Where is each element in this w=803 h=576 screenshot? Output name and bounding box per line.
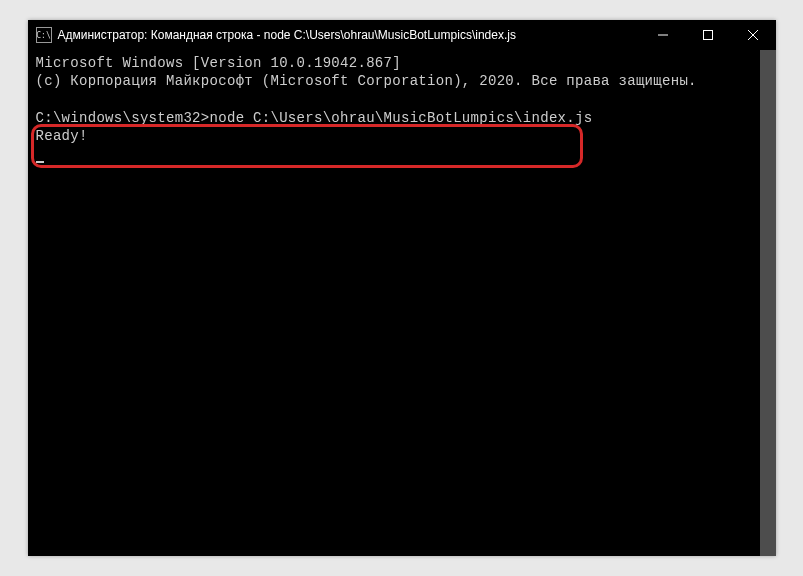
terminal-body[interactable]: Microsoft Windows [Version 10.0.19042.86… <box>28 50 776 556</box>
terminal-line-output: Ready! <box>36 127 768 145</box>
command-text: node C:\Users\ohrau\MusicBotLumpics\inde… <box>210 110 593 126</box>
vertical-scrollbar[interactable] <box>760 50 776 556</box>
svg-rect-1 <box>704 31 713 40</box>
terminal-line-copyright: (c) Корпорация Майкрософт (Microsoft Cor… <box>36 72 768 90</box>
minimize-button[interactable] <box>641 20 686 50</box>
window-title: Администратор: Командная строка - node C… <box>58 28 516 42</box>
prompt-text: C:\windows\system32> <box>36 110 210 126</box>
titlebar-controls <box>641 20 776 50</box>
close-button[interactable] <box>731 20 776 50</box>
terminal-line-version: Microsoft Windows [Version 10.0.19042.86… <box>36 54 768 72</box>
maximize-button[interactable] <box>686 20 731 50</box>
cursor-icon <box>36 161 44 163</box>
command-prompt-window: C:\ Администратор: Командная строка - no… <box>28 20 776 556</box>
terminal-cursor-line <box>36 145 768 163</box>
titlebar[interactable]: C:\ Администратор: Командная строка - no… <box>28 20 776 50</box>
cmd-icon: C:\ <box>36 27 52 43</box>
titlebar-left: C:\ Администратор: Командная строка - no… <box>28 27 516 43</box>
scrollbar-thumb[interactable] <box>760 50 776 556</box>
terminal-line-blank <box>36 90 768 108</box>
terminal-line-command: C:\windows\system32>node C:\Users\ohrau\… <box>36 109 768 127</box>
